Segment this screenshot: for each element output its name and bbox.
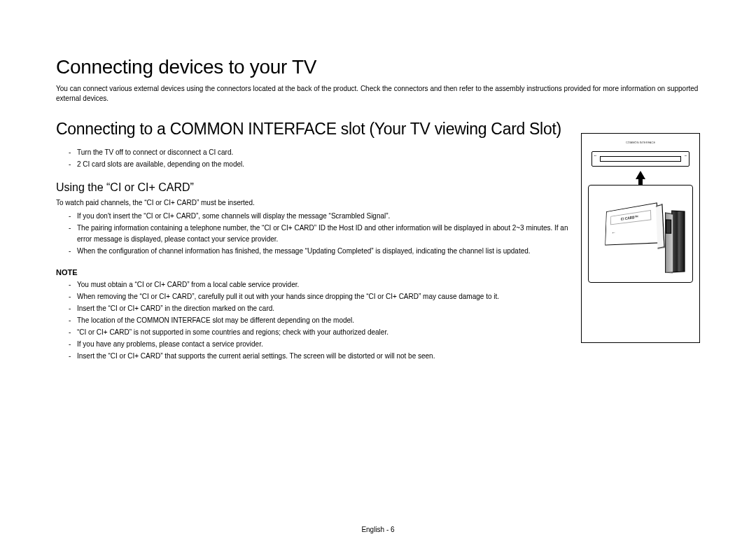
- list-item: If you have any problems, please contact…: [69, 339, 568, 350]
- using-ci-card-intro: To watch paid channels, the “CI or CI+ C…: [56, 198, 568, 208]
- using-ci-card-list: If you don't insert the “CI or CI+ CARD”…: [56, 211, 568, 257]
- text-column: Turn the TV off to connect or disconnect…: [56, 147, 568, 373]
- intro-paragraph: You can connect various external devices…: [56, 84, 700, 103]
- ci-card-label-zone: CI CARDᵀᴹ: [610, 210, 651, 225]
- list-item: The pairing information containing a tel…: [69, 223, 568, 245]
- card-reader-illustration: [671, 210, 685, 272]
- list-item: Turn the TV off to connect or disconnect…: [69, 147, 568, 158]
- reader-slot-icon: [666, 219, 671, 234]
- list-item: When the configuration of channel inform…: [69, 246, 568, 257]
- list-item: You must obtain a “CI or CI+ CARD” from …: [69, 279, 568, 290]
- list-item: The location of the COMMON INTERFACE slo…: [69, 315, 568, 326]
- page-title: Connecting devices to your TV: [56, 56, 700, 78]
- list-item: 2 CI card slots are available, depending…: [69, 159, 568, 170]
- initial-notes-list: Turn the TV off to connect or disconnect…: [56, 147, 568, 170]
- ci-slot-diagram: COMMON INTERFACE ▪▪ ▪▪ CI CARDᵀᴹ ←: [581, 133, 700, 343]
- list-item: If you don't insert the “CI or CI+ CARD”…: [69, 211, 568, 222]
- common-interface-label: COMMON INTERFACE: [586, 141, 695, 144]
- card-reader-illustration-box: CI CARDᵀᴹ ←: [588, 185, 693, 283]
- ci-slot-opening: [600, 156, 681, 162]
- ci-card-illustration: CI CARDᵀᴹ ←: [605, 202, 659, 245]
- list-item: “CI or CI+ CARD” is not supported in som…: [69, 327, 568, 338]
- slot-mark-icon: ▪▪: [594, 154, 596, 158]
- list-item: Insert the “CI or CI+ CARD” that support…: [69, 351, 568, 362]
- ci-card-label: CI CARDᵀᴹ: [621, 215, 638, 221]
- using-ci-card-title: Using the “CI or CI+ CARD”: [56, 181, 568, 194]
- manual-page: Connecting devices to your TV You can co…: [0, 0, 756, 546]
- list-item: Insert the “CI or CI+ CARD” in the direc…: [69, 303, 568, 314]
- note-list: You must obtain a “CI or CI+ CARD” from …: [56, 279, 568, 362]
- diagram-column: COMMON INTERFACE ▪▪ ▪▪ CI CARDᵀᴹ ←: [581, 133, 700, 343]
- arrow-up-icon: [636, 171, 645, 179]
- content-row: Turn the TV off to connect or disconnect…: [56, 147, 700, 373]
- arrow-left-icon: ←: [611, 230, 616, 236]
- list-item: When removing the “CI or CI+ CARD”, care…: [69, 291, 568, 302]
- note-heading: NOTE: [56, 268, 568, 276]
- slot-mark-icon: ▪▪: [685, 154, 687, 158]
- ci-slot-outline: ▪▪ ▪▪: [592, 151, 690, 167]
- page-footer: English - 6: [0, 526, 756, 533]
